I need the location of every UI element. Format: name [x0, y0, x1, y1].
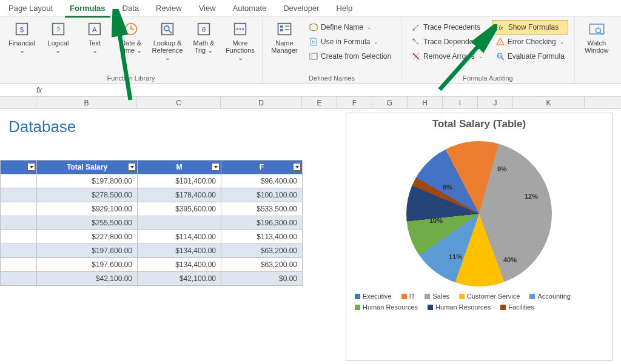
error-checking-button[interactable]: !Error Checking⌄: [492, 35, 568, 49]
table-cell[interactable]: $113,400.00: [221, 230, 303, 244]
financial-button[interactable]: $Financial ⌄: [4, 19, 40, 56]
watch-window-button[interactable]: Watch Window: [579, 19, 615, 56]
column-headers: BCDEFGHIJK: [0, 97, 621, 109]
math-icon: θ: [195, 21, 212, 38]
table-cell[interactable]: $42,100.00: [37, 272, 138, 286]
ribbon: $Financial ⌄?Logical ⌄AText ⌄Date & Time…: [0, 17, 621, 84]
table-cell[interactable]: $395,600.00: [138, 202, 221, 216]
table-cell[interactable]: $533,500.00: [221, 202, 303, 216]
table-cell[interactable]: [1, 216, 37, 230]
filter-icon[interactable]: [128, 163, 136, 171]
table-header[interactable]: Total Salary: [37, 160, 138, 174]
column-header[interactable]: E: [302, 97, 337, 108]
name-manager-button[interactable]: Name Manager: [266, 19, 303, 56]
table-cell[interactable]: $178,400.00: [138, 188, 221, 202]
tab-help[interactable]: Help: [328, 0, 361, 17]
table-cell[interactable]: $134,400.00: [138, 244, 221, 258]
table-cell[interactable]: [1, 230, 37, 244]
embedded-chart[interactable]: Total Salary (Table) 9%12%40%11%10%8% Ex…: [346, 113, 613, 361]
table-cell[interactable]: [138, 216, 221, 230]
column-header[interactable]: J: [478, 97, 513, 108]
show-formulas-button[interactable]: fxShow Formulas: [492, 20, 568, 35]
tab-automate[interactable]: Automate: [224, 0, 275, 17]
table-cell[interactable]: $42,100.00: [138, 272, 221, 286]
text-button[interactable]: AText ⌄: [76, 19, 113, 56]
tab-developer[interactable]: Developer: [275, 0, 327, 17]
table-cell[interactable]: [1, 272, 37, 286]
ribbon-tabs: Page LayoutFormulasDataReviewViewAutomat…: [0, 0, 621, 17]
tab-formulas[interactable]: Formulas: [61, 0, 114, 17]
filter-icon[interactable]: [27, 163, 35, 171]
use-in-formula-button[interactable]: fxUse in Formula⌄: [305, 35, 395, 49]
legend-item: Sales: [425, 293, 449, 300]
svg-text:fx: fx: [498, 25, 503, 31]
filter-icon[interactable]: [212, 163, 220, 171]
tab-page-layout[interactable]: Page Layout: [0, 0, 61, 17]
table-cell[interactable]: $96,400.00: [221, 174, 303, 188]
column-header[interactable]: D: [221, 97, 302, 108]
pie-slice-label: 8%: [443, 184, 452, 191]
column-header[interactable]: H: [408, 97, 443, 108]
legend-swatch: [459, 294, 465, 299]
remove-arrows-button[interactable]: Remove Arrows⌄: [408, 49, 487, 64]
column-header[interactable]: B: [36, 97, 137, 108]
define-name-button[interactable]: Define Name⌄: [305, 20, 395, 35]
svg-rect-25: [310, 53, 312, 59]
table-cell[interactable]: $197,600.00: [37, 244, 138, 258]
logical-button[interactable]: ?Logical ⌄: [40, 19, 76, 56]
legend-swatch: [529, 294, 535, 299]
table-cell[interactable]: $63,200.00: [221, 244, 303, 258]
column-header[interactable]: I: [443, 97, 478, 108]
column-header[interactable]: C: [137, 97, 221, 108]
column-header[interactable]: G: [372, 97, 408, 108]
filter-icon[interactable]: [293, 163, 301, 171]
table-header[interactable]: M: [138, 160, 221, 174]
table-cell[interactable]: $101,400.00: [138, 174, 221, 188]
evaluate-formula-button[interactable]: fxEvaluate Formula: [492, 49, 568, 64]
tab-view[interactable]: View: [190, 0, 224, 17]
table-cell[interactable]: $227,800.00: [37, 230, 138, 244]
table-cell[interactable]: $63,200.00: [221, 258, 303, 272]
group-label-function-library: Function Library: [4, 74, 258, 82]
table-cell[interactable]: $196,300.00: [221, 216, 303, 230]
table-cell[interactable]: [1, 174, 37, 188]
trace-dependents-button[interactable]: Trace Dependents: [408, 35, 487, 49]
lookup-button[interactable]: Lookup & Reference ⌄: [149, 19, 186, 63]
column-header[interactable]: K: [513, 97, 585, 108]
financial-icon: $: [13, 21, 30, 38]
table-cell[interactable]: $278,500.00: [37, 188, 138, 202]
table-cell[interactable]: [1, 244, 37, 258]
tab-data[interactable]: Data: [114, 0, 147, 17]
create-from-selection-button[interactable]: Create from Selection: [305, 49, 395, 64]
svg-text:fx: fx: [312, 40, 315, 44]
table-cell[interactable]: $929,100.00: [37, 202, 138, 216]
table-cell[interactable]: $100,100.00: [221, 188, 303, 202]
table-cell[interactable]: [1, 258, 37, 272]
text-icon: A: [86, 21, 103, 38]
table-cell[interactable]: $0.00: [221, 272, 303, 286]
formula-bar[interactable]: fx: [0, 84, 621, 97]
table-header[interactable]: [1, 160, 37, 174]
datetime-icon: [123, 21, 139, 38]
legend-swatch: [428, 305, 433, 310]
column-header[interactable]: F: [337, 97, 372, 108]
tab-review[interactable]: Review: [147, 0, 190, 17]
math-button[interactable]: θMath & Trig ⌄: [186, 19, 222, 56]
column-header[interactable]: [0, 97, 36, 108]
table-cell[interactable]: $114,400.00: [138, 230, 221, 244]
fx-icon: fx: [36, 86, 42, 94]
pie-slice-label: 10%: [429, 217, 443, 224]
group-label-defined-names: Defined Names: [266, 74, 397, 82]
table-cell[interactable]: $255,500.00: [37, 216, 138, 230]
datetime-button[interactable]: Date & Time ⌄: [113, 19, 149, 56]
table-cell[interactable]: $197,800.00: [37, 174, 138, 188]
trace-precedents-button[interactable]: Trace Precedents: [408, 20, 487, 35]
table-cell[interactable]: $134,400.00: [138, 258, 221, 272]
svg-rect-21: [285, 25, 289, 27]
more-button[interactable]: More Functions ⌄: [222, 19, 258, 63]
table-cell[interactable]: [1, 202, 37, 216]
table-header[interactable]: F: [221, 160, 303, 174]
table-cell[interactable]: [1, 188, 37, 202]
table-cell[interactable]: $197,600.00: [37, 258, 138, 272]
svg-line-30: [414, 40, 418, 44]
